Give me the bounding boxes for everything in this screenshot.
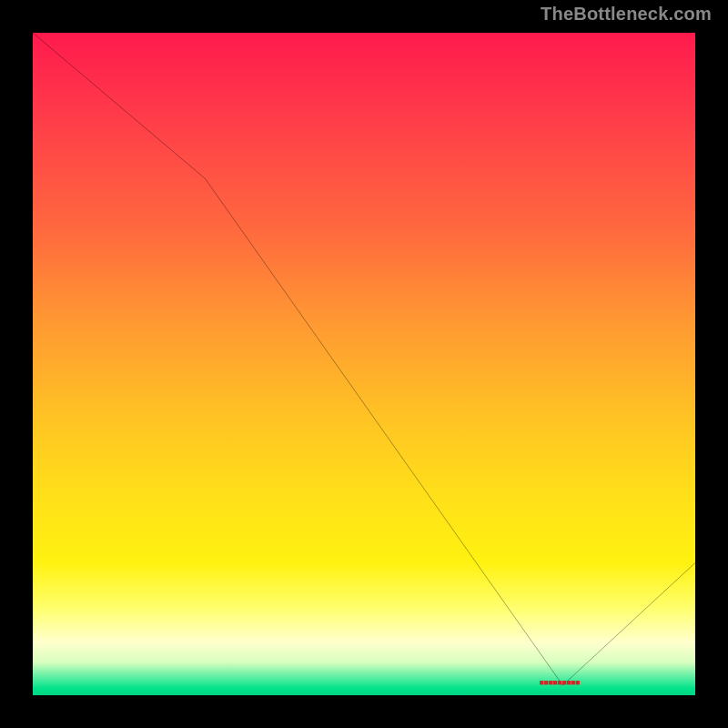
curve-path: [33, 33, 695, 685]
plot-area: ■■■■■■■■■: [33, 33, 695, 695]
line-curve: [33, 33, 695, 695]
bottleneck-marker: ■■■■■■■■■: [540, 678, 580, 687]
chart-frame: TheBottleneck.com ■■■■■■■■■: [0, 0, 728, 728]
watermark-label: TheBottleneck.com: [541, 4, 712, 25]
